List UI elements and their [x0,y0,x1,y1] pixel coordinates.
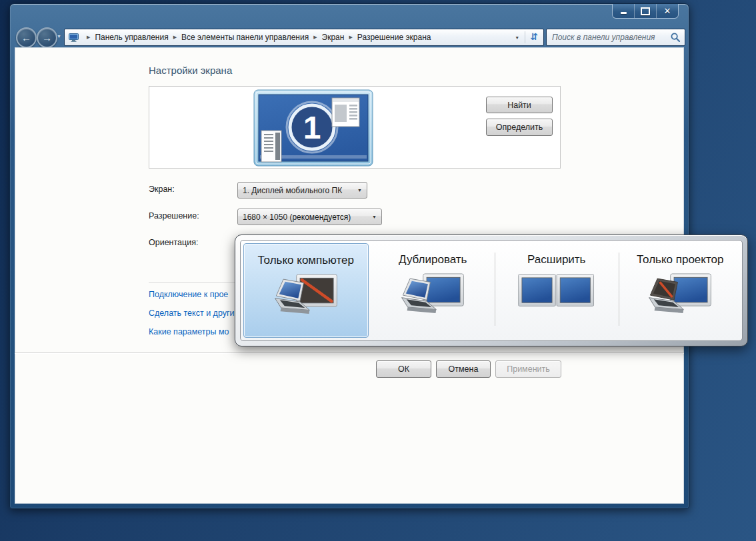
apply-button[interactable]: Применить [495,360,561,378]
search-input[interactable] [547,33,671,42]
projector-mode-options: Только компьютер [240,240,743,341]
monitor-number: 1 [303,110,321,145]
refresh-icon[interactable]: ⇵ [525,31,543,43]
chevron-down-icon: ▼ [357,188,367,193]
search-box [546,29,685,46]
minimize-button[interactable] [613,4,634,18]
screen-field-label: Экран: [149,182,175,197]
mode-label: Расширить [495,253,619,267]
chevron-right-icon: ▶ [82,35,95,40]
display-settings-help-link[interactable]: Какие параметры мо [149,327,229,336]
desktop: { "glyphs": { "close": "✕", "back_arrow"… [0,0,756,541]
make-text-larger-link[interactable]: Сделать текст и други [149,308,235,318]
identify-button[interactable]: Определить [486,119,553,136]
breadcrumb[interactable]: ▶ Панель управления ▶ Все элементы панел… [64,29,544,46]
mode-projector-only[interactable]: Только проектор [619,241,743,340]
chevron-right-icon: ▶ [309,35,321,40]
orientation-field-label: Ориентация: [149,235,198,251]
chevron-right-icon: ▶ [169,35,181,40]
resolution-field-label: Разрешение: [149,209,199,224]
minimize-icon [621,12,627,14]
breadcrumb-item-screen-resolution[interactable]: Разрешение экрана [357,33,431,42]
forward-button[interactable]: → [37,27,57,48]
close-icon: ✕ [664,7,671,15]
laptop-off-with-monitor-on-icon [619,272,743,319]
find-button[interactable]: Найти [486,97,553,113]
mode-label: Только проектор [619,253,743,267]
window-thumbnail [332,98,359,127]
close-button[interactable]: ✕ [656,4,678,18]
mode-duplicate[interactable]: Дублировать [371,241,495,340]
back-arrow-icon: ← [21,32,31,43]
search-icon[interactable] [671,33,680,42]
chevron-right-icon: ▶ [344,35,357,40]
recent-pages-dropdown[interactable]: ▼ [57,34,61,39]
ok-button[interactable]: ОК [376,360,431,378]
laptop-with-monitor-on-icon [371,272,495,319]
laptop-with-monitor-off-icon [244,273,368,320]
projector-mode-panel: Только компьютер [235,235,748,346]
mode-computer-only[interactable]: Только компьютер [243,243,369,338]
dual-monitors-icon [495,272,619,308]
screen-dropdown[interactable]: 1. Дисплей мобильного ПК ▼ [237,182,367,199]
breadcrumb-item-all-items[interactable]: Все элементы панели управления [181,33,309,42]
display-icon [69,33,79,42]
navigation-toolbar: ← → ▼ ▶ Панель управления ▶ Все элементы… [15,26,684,47]
back-button[interactable]: ← [16,27,37,48]
monitor-1-preview[interactable]: 1 [253,89,373,167]
maximize-icon [641,7,650,15]
document-thumbnail [261,131,281,162]
chevron-down-icon: ▼ [372,215,381,219]
page-title: Настройки экрана [149,65,232,76]
maximize-button[interactable] [634,4,656,18]
window-controls: ✕ [612,4,679,19]
forward-arrow-icon: → [42,32,52,43]
mode-label: Только компьютер [244,254,368,267]
buttons-divider [15,352,684,353]
screen-dropdown-value: 1. Дисплей мобильного ПК [238,186,342,195]
breadcrumb-item-control-panel[interactable]: Панель управления [95,33,168,42]
title-bar[interactable]: ✕ [10,4,689,26]
monitor-preview-box: 1 [149,86,561,169]
resolution-dropdown[interactable]: 1680 × 1050 (рекомендуется) ▼ [237,209,382,225]
breadcrumb-item-display[interactable]: Экран [322,33,345,42]
mode-extend[interactable]: Расширить [495,241,619,340]
address-dropdown-icon[interactable]: ▼ [509,35,525,40]
mode-label: Дублировать [371,253,495,267]
resolution-dropdown-value: 1680 × 1050 (рекомендуется) [238,213,351,222]
connect-projector-link[interactable]: Подключение к прое [149,290,228,299]
cancel-button[interactable]: Отмена [436,360,491,378]
